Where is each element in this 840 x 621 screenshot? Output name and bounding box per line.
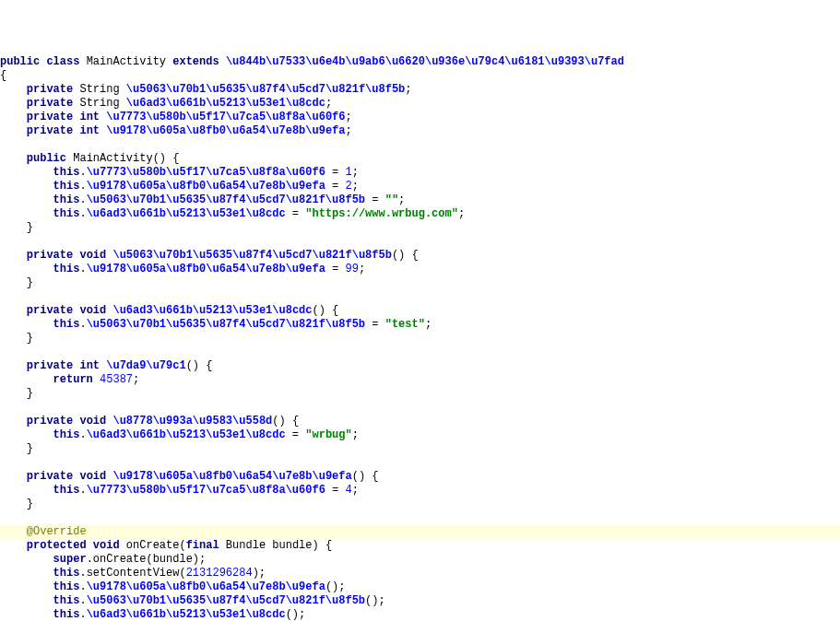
code-line: private int \u7da9\u79c1() { (0, 359, 840, 373)
eq: = (325, 180, 346, 193)
dot: . (79, 428, 86, 441)
code-line: { (0, 69, 840, 83)
code-line: this.\u9178\u605a\u8fb0\u6a54\u7e8b\u9ef… (0, 263, 840, 276)
keyword: private (27, 359, 73, 372)
keyword: private (27, 97, 73, 110)
code-block: public class MainActivity extends \u844b… (0, 55, 840, 621)
identifier: \u6ad3\u661b\u5213\u53e1\u8cdc (87, 608, 286, 621)
keyword: class (46, 55, 79, 68)
code-line: } (0, 332, 840, 346)
brace: } (27, 221, 33, 234)
code-line: private void \u6ad3\u661b\u5213\u53e1\u8… (0, 304, 840, 318)
code-line: public class MainActivity extends \u844b… (0, 55, 840, 69)
keyword: this (53, 318, 80, 331)
code-line: private void \u5063\u70b1\u5635\u87f4\u5… (0, 249, 840, 263)
code-line (0, 511, 840, 525)
dot: . (79, 484, 86, 497)
suffix: () { (313, 304, 339, 317)
keyword: void (79, 249, 106, 262)
code-line (0, 138, 840, 152)
brace: } (27, 332, 33, 345)
semi: ; (359, 263, 365, 275)
rest: Bundle bundle) { (219, 539, 332, 552)
keyword: this (53, 567, 80, 580)
keyword: final (186, 539, 219, 552)
keyword: public (0, 55, 40, 68)
code-line: private int \u9178\u605a\u8fb0\u6a54\u7e… (0, 124, 840, 138)
identifier: \u9178\u605a\u8fb0\u6a54\u7e8b\u9efa (87, 580, 325, 593)
keyword: this (53, 193, 80, 206)
brace: } (27, 498, 33, 510)
number: 1 (345, 166, 351, 179)
eq: = (325, 263, 346, 275)
suffix: () { (186, 359, 213, 372)
code-line (0, 290, 840, 304)
keyword: this (53, 580, 80, 593)
number: 2 (345, 180, 351, 193)
code-line (0, 401, 840, 415)
type: String (79, 83, 119, 96)
code-line (0, 235, 840, 249)
keyword: void (79, 304, 106, 317)
keyword: protected (27, 539, 87, 552)
suffix: () { (352, 470, 379, 483)
semi: ; (398, 193, 405, 206)
eq: = (325, 166, 346, 179)
code-line (0, 456, 840, 470)
identifier: \u7da9\u79c1 (106, 359, 185, 372)
keyword: extends (172, 55, 219, 68)
brace: } (27, 442, 33, 455)
keyword: private (27, 304, 73, 317)
semi: ; (352, 428, 359, 441)
annotation: @Override (27, 525, 87, 538)
dot: . (79, 166, 86, 179)
identifier: \u9178\u605a\u8fb0\u6a54\u7e8b\u9efa (106, 124, 345, 137)
identifier: \u6ad3\u661b\u5213\u53e1\u8cdc (112, 304, 312, 317)
code-line: this.setContentView(2131296284); (0, 567, 840, 580)
eq: = (286, 207, 306, 220)
rest: (); (325, 580, 346, 593)
identifier: \u5063\u70b1\u5635\u87f4\u5cd7\u821f\u8f… (112, 249, 391, 262)
code-line-highlighted: @Override (0, 525, 840, 539)
code-line: this.\u6ad3\u661b\u5213\u53e1\u8cdc = "w… (0, 428, 840, 442)
keyword: private (27, 83, 73, 96)
semi: ; (352, 180, 359, 193)
string: "test" (385, 318, 425, 331)
code-line: public MainActivity() { (0, 152, 840, 166)
code-line: return 45387; (0, 373, 840, 387)
number: 2131296284 (186, 567, 253, 580)
code-line: } (0, 498, 840, 511)
brace: } (27, 276, 33, 289)
semi: ; (352, 166, 359, 179)
rest: (); (286, 608, 306, 621)
keyword: void (93, 539, 120, 552)
method-name: setContentView( (87, 567, 186, 580)
dot: . (87, 553, 93, 566)
code-line: } (0, 387, 840, 401)
code-line: } (0, 442, 840, 456)
suffix: () { (272, 415, 299, 428)
type: String (79, 97, 119, 110)
method-name: MainActivity (73, 152, 152, 165)
keyword: int (79, 124, 100, 137)
dot: . (79, 318, 86, 331)
dot: . (79, 594, 86, 607)
code-line: private void \u8778\u993a\u9583\u558d() … (0, 415, 840, 428)
keyword: this (53, 608, 80, 621)
dot: . (79, 180, 86, 193)
suffix: () { (153, 152, 180, 165)
keyword: public (27, 152, 66, 165)
keyword: private (27, 111, 73, 123)
string: "https://www.wrbug.com" (305, 207, 458, 220)
eq: = (365, 193, 385, 206)
keyword: void (79, 470, 106, 483)
number: 99 (345, 263, 358, 275)
code-line: this.\u9178\u605a\u8fb0\u6a54\u7e8b\u9ef… (0, 180, 840, 193)
method-name: onCreate( (126, 539, 186, 552)
dot: . (79, 608, 86, 621)
code-line: private void \u9178\u605a\u8fb0\u6a54\u7… (0, 470, 840, 484)
dot: . (79, 207, 86, 220)
rest: ); (253, 567, 266, 580)
semi: ; (352, 484, 359, 497)
class-name: MainActivity (87, 55, 166, 68)
